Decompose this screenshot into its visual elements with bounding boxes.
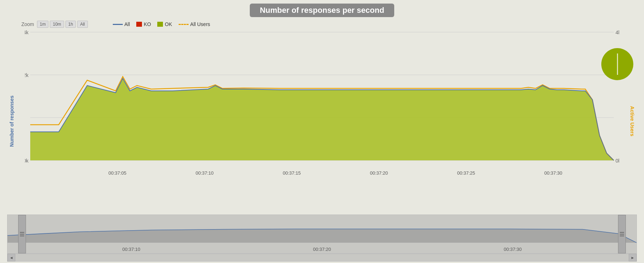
legend-all-users-label: All Users xyxy=(190,21,210,27)
main-chart-svg: 4k 2k 0k 4k 2k 0k 00:37:05 00:37:10 00:3… xyxy=(25,29,619,182)
svg-text:4k: 4k xyxy=(616,30,619,35)
legend-all-users: All Users xyxy=(179,21,210,27)
zoom-10m-button[interactable]: 10m xyxy=(50,21,64,28)
legend-ok: OK xyxy=(157,21,172,27)
navigator: 00:37:10 00:37:20 00:37:30 xyxy=(7,215,637,254)
legend-ko-label: KO xyxy=(144,21,151,27)
zoom-1m-button[interactable]: 1m xyxy=(37,21,49,28)
nav-x-tick-2: 00:37:20 xyxy=(313,247,331,252)
handle-line xyxy=(620,232,624,233)
legend-ok-label: OK xyxy=(165,21,172,27)
navigator-right-handle[interactable] xyxy=(618,215,626,253)
nav-x-tick-1: 00:37:10 xyxy=(122,247,141,252)
legend-all-users-icon xyxy=(179,24,189,25)
svg-text:00:37:30: 00:37:30 xyxy=(544,170,563,176)
scroll-track[interactable] xyxy=(15,254,629,261)
chart-title: Number of responses per second xyxy=(250,4,394,17)
legend-ok-icon xyxy=(157,22,163,27)
svg-text:00:37:25: 00:37:25 xyxy=(457,170,475,176)
ok-area xyxy=(30,78,614,160)
scroll-bar: ◄ ► xyxy=(7,254,637,262)
handle-line xyxy=(620,234,624,234)
main-container: Number of responses per second Zoom 1m 1… xyxy=(0,0,644,263)
nav-x-tick-3: 00:37:30 xyxy=(504,247,522,252)
zoom-all-button[interactable]: All xyxy=(77,21,88,28)
circle-badge xyxy=(601,48,633,80)
handle-line xyxy=(20,234,24,234)
y-axis-right-label: Active Users xyxy=(629,106,635,136)
handle-line xyxy=(20,232,24,233)
svg-text:00:37:10: 00:37:10 xyxy=(196,170,214,176)
title-bar: Number of responses per second xyxy=(0,4,644,17)
navigator-x-labels: 00:37:10 00:37:20 00:37:30 xyxy=(7,247,637,252)
svg-text:00:37:05: 00:37:05 xyxy=(109,170,127,176)
legend-all-icon xyxy=(113,24,123,25)
svg-text:00:37:15: 00:37:15 xyxy=(283,170,301,176)
y-axis-left-label: Number of responses xyxy=(9,96,15,147)
navigator-chart xyxy=(7,215,637,243)
handle-line xyxy=(20,236,24,236)
scroll-left-button[interactable]: ◄ xyxy=(7,254,15,262)
legend-ko: KO xyxy=(136,21,151,27)
svg-text:2k: 2k xyxy=(25,72,29,78)
scroll-right-button[interactable]: ► xyxy=(629,254,637,262)
navigator-left-handle[interactable] xyxy=(18,215,26,253)
zoom-1h-button[interactable]: 1h xyxy=(65,21,76,28)
svg-text:00:37:20: 00:37:20 xyxy=(370,170,388,176)
svg-text:0k: 0k xyxy=(616,158,619,164)
zoom-section: Zoom 1m 10m 1h All xyxy=(21,21,88,28)
legend-ko-icon xyxy=(136,22,142,27)
legend-all: All xyxy=(113,21,130,27)
legend: All KO OK All Users xyxy=(113,21,210,27)
controls-row: Zoom 1m 10m 1h All All KO OK All Users xyxy=(21,21,644,28)
svg-text:0k: 0k xyxy=(25,158,29,164)
circle-badge-line xyxy=(617,53,618,75)
svg-text:4k: 4k xyxy=(25,30,29,35)
zoom-label: Zoom xyxy=(21,21,34,27)
handle-line xyxy=(620,236,624,236)
legend-all-label: All xyxy=(125,21,130,27)
